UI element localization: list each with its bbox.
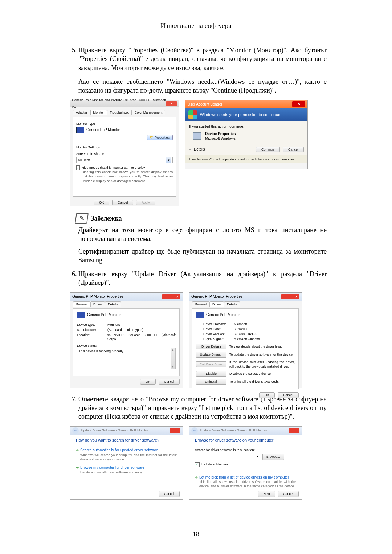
- dialog-buttons: OK Cancel Apply: [73, 200, 176, 205]
- close-icon[interactable]: ✕: [166, 101, 177, 106]
- uac-program-info: Device Properties Microsoft Windows: [193, 131, 304, 141]
- device-status-box: This device is working properly.: [77, 348, 176, 369]
- refresh-rate-value: 60 Hertz: [78, 158, 90, 162]
- hide-modes-checkbox[interactable]: ✓ Hide modes that this monitor cannot di…: [76, 165, 173, 183]
- close-icon[interactable]: [170, 428, 180, 433]
- refresh-rate-label: Screen refresh rate:: [76, 152, 173, 156]
- instruction-list: Щракнете върху "Properties (Свойства)" в…: [65, 46, 327, 500]
- uninstall-button[interactable]: Uninstall: [196, 379, 226, 385]
- details-button[interactable]: Details: [194, 147, 205, 152]
- tab-details[interactable]: Details: [224, 301, 240, 307]
- arrow-icon: ➔: [195, 475, 198, 479]
- option-browse-computer[interactable]: ➔Browse my computer for driver software …: [76, 465, 177, 475]
- window-buttons[interactable]: ✕: [162, 294, 180, 299]
- window-titlebar: Generic PnP Monitor Properties ✕: [189, 293, 302, 301]
- monitor-tab-panel: Monitor Type Generic PnP Monitor 🛡 Prope…: [73, 117, 176, 197]
- apply-button: Apply: [136, 200, 155, 205]
- refresh-rate-select[interactable]: 60 Hertz ▾: [76, 157, 173, 163]
- monitor-icon: [196, 312, 204, 318]
- tab-adapter[interactable]: Adapter: [73, 110, 90, 115]
- browse-button[interactable]: Browse...: [262, 454, 284, 460]
- document-page: Използване на софтуера Щракнете върху "P…: [0, 0, 392, 554]
- note-icon: [75, 213, 89, 224]
- location-input[interactable]: ▾: [195, 454, 260, 460]
- option-pick-from-list[interactable]: ➔Let me pick from a list of device drive…: [195, 475, 296, 489]
- uac-titlebar: User Account Control ✕: [185, 100, 307, 108]
- step-6-text: Щракнете върху "Update Driver (Актуализа…: [78, 270, 327, 286]
- cancel-button[interactable]: Cancel: [278, 392, 299, 398]
- ok-button[interactable]: OK: [94, 200, 109, 205]
- cancel-button[interactable]: Cancel: [283, 147, 304, 152]
- uac-permission-banner: Windows needs your permission to contion…: [185, 108, 307, 121]
- tab-color-mgmt[interactable]: Color Management: [132, 110, 166, 115]
- window-buttons[interactable]: ✕: [281, 294, 299, 299]
- disable-button[interactable]: Disable: [196, 371, 226, 377]
- note-heading: Забележка: [75, 213, 327, 224]
- option-search-auto[interactable]: ➔Search automatically for updated driver…: [76, 448, 177, 461]
- pnp-properties-driver-dialog: Generic PnP Monitor Properties ✕ General…: [189, 292, 302, 388]
- cancel-button[interactable]: Cancel: [159, 491, 180, 497]
- uac-permission-text: Windows needs your permission to contion…: [200, 112, 281, 118]
- scrollbar[interactable]: [171, 348, 175, 369]
- step-5-text-1: Щракнете върху "Properties (Свойства)" в…: [78, 46, 327, 71]
- window-title: Generic PnP Monitor and NVIDIA GeForce 6…: [72, 97, 166, 111]
- details-chevron-icon: ▾: [189, 147, 191, 152]
- pnp-properties-general-dialog: Generic PnP Monitor Properties ✕ General…: [70, 292, 183, 388]
- chevron-down-icon: ▾: [166, 157, 171, 163]
- monitor-properties-dialog: Generic PnP Monitor and NVIDIA GeForce 6…: [70, 100, 179, 206]
- tab-troubleshoot[interactable]: Troubleshoot: [107, 110, 132, 115]
- update-driver-button[interactable]: Update Driver...: [196, 352, 226, 357]
- uac-title-text: User Account Control: [188, 102, 222, 107]
- include-subfolders-checkbox[interactable]: ✓ Include subfolders: [195, 462, 296, 467]
- driver-details-button[interactable]: Driver Details: [196, 344, 226, 349]
- window-titlebar: Generic PnP Monitor Properties ✕: [70, 293, 183, 301]
- location-label: Search for driver software in this locat…: [195, 448, 296, 452]
- window-title: Generic PnP Monitor Properties: [72, 294, 123, 299]
- tab-general[interactable]: General: [73, 301, 90, 307]
- note-paragraph-1: Драйверът на този монитор е сертифициран…: [78, 226, 327, 243]
- checkbox-icon: ✓: [76, 165, 80, 170]
- arrow-icon: ➔: [76, 448, 79, 452]
- back-icon[interactable]: ←: [72, 427, 79, 434]
- checkbox-label: Hide modes that this monitor cannot disp…: [82, 165, 173, 170]
- monitor-settings-label: Monitor Settings: [76, 145, 173, 149]
- shield-icon: [188, 110, 197, 119]
- step-7: Отметнете квадратчето "Browse my compute…: [78, 395, 327, 500]
- next-button[interactable]: Next: [258, 491, 275, 497]
- chevron-down-icon: ▾: [257, 454, 258, 459]
- close-icon[interactable]: [289, 428, 299, 433]
- step-5: Щракнете върху "Properties (Свойства)" в…: [78, 46, 327, 264]
- uac-footer-text: User Account Control helps stop unauthor…: [185, 155, 307, 163]
- tab-driver[interactable]: Driver: [209, 301, 224, 307]
- cancel-button[interactable]: Cancel: [112, 200, 133, 205]
- checkbox-description: Clearing this check box allows you to se…: [82, 170, 173, 183]
- continue-button[interactable]: Continue: [256, 147, 280, 152]
- close-icon[interactable]: ✕: [292, 101, 305, 107]
- window-titlebar: Generic PnP Monitor and NVIDIA GeForce 6…: [70, 100, 179, 107]
- roll-back-driver-button: Roll Back Driver: [196, 361, 226, 367]
- step-6: Щракнете върху "Update Driver (Актуализа…: [78, 270, 327, 388]
- tab-driver[interactable]: Driver: [90, 301, 105, 307]
- wizard-breadcrumb: Update Driver Software - Generic PnP Mon…: [200, 428, 267, 432]
- update-driver-wizard-browse: ← Update Driver Software - Generic PnP M…: [189, 426, 302, 500]
- cancel-button[interactable]: Cancel: [278, 491, 299, 497]
- monitor-icon: [77, 312, 85, 318]
- note-paragraph-2: Сертифицираният драйвер ще бъде публикув…: [78, 247, 327, 264]
- checkbox-icon: ✓: [195, 462, 200, 467]
- properties-button[interactable]: 🛡 Properties: [147, 135, 173, 140]
- tab-monitor[interactable]: Monitor: [90, 110, 107, 115]
- ok-button[interactable]: OK: [259, 392, 275, 398]
- ok-button[interactable]: OK: [140, 379, 156, 385]
- monitor-icon: [76, 127, 84, 133]
- back-icon[interactable]: ←: [191, 427, 198, 434]
- tab-general[interactable]: General: [192, 301, 209, 307]
- window-title: Generic PnP Monitor Properties: [191, 294, 242, 299]
- page-header: Използване на софтуера: [65, 22, 327, 30]
- uac-program-name: Device Properties: [205, 131, 236, 136]
- update-driver-wizard-search: ← Update Driver Software - Generic PnP M…: [70, 426, 183, 500]
- tab-details[interactable]: Details: [105, 301, 121, 307]
- tab-bar: Adapter Monitor Troubleshoot Color Manag…: [73, 110, 176, 115]
- cancel-button[interactable]: Cancel: [159, 379, 180, 385]
- page-number: 18: [0, 530, 392, 538]
- wizard-heading: Browse for driver software on your compu…: [195, 438, 296, 443]
